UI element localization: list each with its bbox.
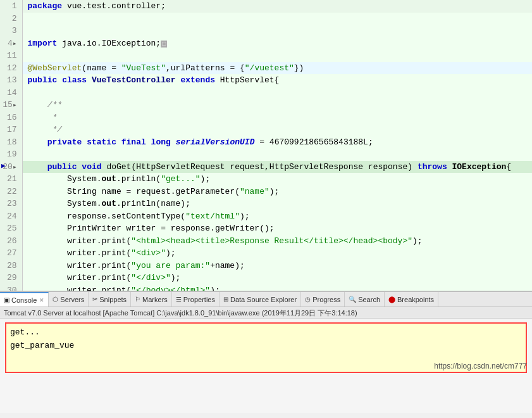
datasource-icon: ⊞: [223, 296, 228, 303]
tab-breakpoints[interactable]: ⬤ Breakpoints: [385, 292, 438, 307]
line-content: System.out.println("get...");: [22, 173, 532, 186]
table-row: 2: [0, 13, 532, 25]
line-number: 15▸: [0, 99, 22, 111]
line-number: 13: [0, 74, 22, 87]
line-content: [22, 148, 532, 161]
line-number: 12: [0, 62, 22, 75]
tab-properties[interactable]: ☰ Properties: [172, 292, 220, 307]
table-row: 12 @WebServlet(name = "VueTest",urlPatte…: [0, 62, 532, 75]
table-row: 14: [0, 87, 532, 99]
line-content: writer.print("</body></html>");: [22, 284, 532, 292]
table-row: 28 writer.print("you are param:"+name);: [0, 260, 532, 272]
line-number: 19: [0, 148, 22, 161]
tab-markers[interactable]: ⚐ Markers: [131, 292, 172, 307]
line-content: /**: [22, 99, 532, 111]
line-number: 30: [0, 284, 22, 292]
line-number: 27: [0, 247, 22, 260]
tab-servers[interactable]: ⬡ Servers: [49, 292, 89, 307]
tab-snippets-label: Snippets: [99, 296, 127, 303]
properties-icon: ☰: [176, 296, 182, 303]
line-number: 28: [0, 260, 22, 272]
table-row: 19: [0, 148, 532, 161]
tab-search-label: Search: [358, 296, 380, 303]
line-content: [22, 87, 532, 99]
tab-bar: ▣ Console ✕ ⬡ Servers ✂ Snippets ⚐ Marke…: [0, 292, 532, 307]
line-number: 4▸: [0, 37, 22, 50]
line-number: 1: [0, 0, 22, 13]
line-number: 22: [0, 186, 22, 198]
console-line-1: get...: [10, 326, 522, 339]
tab-progress[interactable]: ◷ Progress: [301, 292, 345, 307]
table-row: 30 writer.print("</body></html>");: [0, 284, 532, 292]
line-content: System.out.println(name);: [22, 198, 532, 210]
tab-markers-label: Markers: [142, 296, 168, 303]
line-content: writer.print("<div>");: [22, 247, 532, 260]
line-number: 18: [0, 136, 22, 149]
line-content: private static final long serialVersionU…: [22, 136, 532, 149]
line-content: writer.print("you are param:"+name);: [22, 260, 532, 272]
tab-console-close[interactable]: ✕: [39, 297, 44, 303]
line-number: 21: [0, 173, 22, 186]
line-number: 14: [0, 87, 22, 99]
line-number: 17: [0, 124, 22, 136]
line-content: import java.io.IOException;□: [22, 37, 532, 50]
table-row: 15▸ /**: [0, 99, 532, 111]
line-content: writer.print("</div>");: [22, 272, 532, 284]
console-line-2: get_param_vue: [10, 339, 522, 353]
table-row: 26 writer.print("<html><head><title>Resp…: [0, 235, 532, 248]
line-content: public void doGet(HttpServletRequest req…: [22, 161, 532, 174]
line-content: String name = request.getParameter("name…: [22, 186, 532, 198]
editor-area: 1 package vue.test.controller; 2 3 4▸ im…: [0, 0, 532, 291]
line-content: [22, 49, 532, 62]
line-content: [22, 13, 532, 25]
line-number: 25: [0, 222, 22, 235]
table-row: 3: [0, 25, 532, 37]
line-content: writer.print("<html><head><title>Respons…: [22, 235, 532, 248]
tab-console[interactable]: ▣ Console ✕: [0, 292, 49, 307]
line-number: 26: [0, 235, 22, 248]
line-content: PrintWriter writer = response.getWriter(…: [22, 222, 532, 235]
line-number: 23: [0, 198, 22, 210]
table-row: 25 PrintWriter writer = response.getWrit…: [0, 222, 532, 235]
server-info-bar: Tomcat v7.0 Server at localhost [Apache …: [0, 307, 532, 319]
table-row: ▶20▸ public void doGet(HttpServletReques…: [0, 161, 532, 174]
breakpoints-icon: ⬤: [388, 296, 395, 303]
tab-properties-label: Properties: [183, 296, 215, 303]
tab-progress-label: Progress: [312, 296, 340, 303]
tab-servers-label: Servers: [60, 296, 84, 303]
tab-datasource[interactable]: ⊞ Data Source Explorer: [220, 292, 301, 307]
line-content: [22, 25, 532, 37]
line-content: response.setContentType("text/html");: [22, 210, 532, 223]
markers-icon: ⚐: [135, 296, 140, 303]
table-row: 21 System.out.println("get...");: [0, 173, 532, 186]
line-number: 2: [0, 13, 22, 25]
table-row: 4▸ import java.io.IOException;□: [0, 37, 532, 50]
table-row: 29 writer.print("</div>");: [0, 272, 532, 284]
table-row: 27 writer.print("<div>");: [0, 247, 532, 260]
line-number: 11: [0, 49, 22, 62]
bottom-panel: ▣ Console ✕ ⬡ Servers ✂ Snippets ⚐ Marke…: [0, 291, 532, 413]
tab-console-label: Console: [11, 296, 37, 304]
line-number: 24: [0, 210, 22, 223]
table-row: 16 *: [0, 111, 532, 124]
tab-datasource-label: Data Source Explorer: [230, 296, 297, 303]
server-info-text: Tomcat v7.0 Server at localhost [Apache …: [4, 309, 357, 317]
table-row: 17 */: [0, 124, 532, 136]
table-row: 18 private static final long serialVersi…: [0, 136, 532, 149]
line-number: 3: [0, 25, 22, 37]
tab-snippets[interactable]: ✂ Snippets: [89, 292, 131, 307]
search-icon: 🔍: [349, 296, 356, 303]
line-content: @WebServlet(name = "VueTest",urlPatterns…: [22, 62, 532, 75]
servers-icon: ⬡: [53, 296, 58, 303]
table-row: 24 response.setContentType("text/html");: [0, 210, 532, 223]
table-row: 22 String name = request.getParameter("n…: [0, 186, 532, 198]
tab-breakpoints-label: Breakpoints: [397, 296, 434, 303]
code-table: 1 package vue.test.controller; 2 3 4▸ im…: [0, 0, 532, 291]
tab-search[interactable]: 🔍 Search: [345, 292, 385, 307]
table-row: 11: [0, 49, 532, 62]
line-number: 29: [0, 272, 22, 284]
watermark: https://blog.csdn.net/cm777: [434, 362, 527, 370]
line-content: *: [22, 111, 532, 124]
table-row: 1 package vue.test.controller;: [0, 0, 532, 13]
snippets-icon: ✂: [92, 296, 97, 303]
